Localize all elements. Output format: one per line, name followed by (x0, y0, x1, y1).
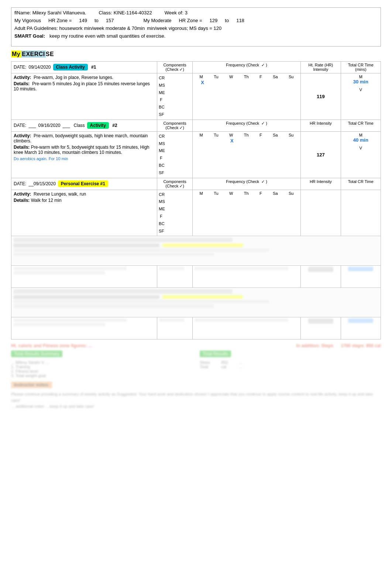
activity-text-2: Activity: Pre-warm, bodyweight squats, h… (14, 133, 155, 144)
freq-header-3: Frequency (Check ✓ ) (192, 178, 300, 190)
activity-type-badge-1: Class Activity (53, 64, 88, 70)
date-label-2: DATE: (14, 123, 26, 128)
day-label-m-2: M (200, 133, 203, 137)
date-value-2: 09/16/2020 (38, 123, 60, 128)
total-cr-header-1: Total CR Time (mins) (341, 62, 381, 73)
cr-m-label-2: M (343, 133, 379, 137)
comment-text-2: Do aerobics again. For 10 min (14, 156, 155, 161)
freq-header-2: Frequency (Check ✓ ) (192, 120, 300, 131)
day-check-sa-1 (276, 80, 278, 85)
cr-mins-2: 40 min (343, 137, 379, 143)
activity-row-4b-blurred (11, 266, 381, 288)
day-label-tu-2: Tu (214, 133, 218, 137)
day-label-th-1: Th (244, 75, 249, 79)
table-header-1: DATE: 09/14/2020 Class Activity #1 Compo… (11, 62, 381, 73)
guidelines-row: Adult PA Guidelines: housework min/week … (14, 25, 378, 31)
hr-zones-row: My Vigorous HR Zone = 149 to 157 My Mode… (14, 18, 378, 23)
date-row-2: DATE: ___ 09/16/2020 ___ Class Activity … (14, 121, 155, 130)
day-label-f-2: F (259, 133, 262, 137)
header-row-1: flName: Milexy Sarahí Villanueva. Class:… (14, 10, 378, 15)
day-label-th-3: Th (244, 191, 249, 196)
table-header-2: DATE: ___ 09/16/2020 ___ Class Activity … (11, 120, 381, 131)
activity-row-2: Activity: Pre-warm, bodyweight squats, h… (11, 131, 381, 178)
details-text-3: Details: Walk for 12 min (14, 198, 155, 203)
smart-goal-row: SMART Goal: keep my routine even with sm… (14, 33, 378, 39)
cr-mins-1: 30 min (343, 79, 379, 84)
vigorous-hr-to: 157 (106, 18, 114, 23)
comp-list-3: CR MS ME F BC SF (159, 191, 191, 235)
total-cr-header-2: Total CR Time (341, 120, 381, 131)
moderate-hr-from: 129 (210, 18, 218, 23)
day-check-su-2 (291, 138, 292, 144)
day-check-m-1: X (201, 80, 204, 85)
date-row-1: DATE: 09/14/2020 Class Activity #1 (14, 63, 155, 72)
vigorous-hr-label: HR Zone = (48, 18, 72, 23)
activity-row-5b-blurred (11, 317, 381, 339)
day-label-su-2: Su (289, 133, 293, 137)
activity-text-1: Activity: Pre-warm, Jog in place, Revers… (14, 75, 155, 80)
day-label-w-1: W (229, 75, 233, 79)
cr-m-label-1: M (343, 75, 379, 79)
feedback-label: Instructor notes: (11, 382, 52, 388)
date-label-1: DATE: (14, 65, 26, 70)
moderate-to: to (225, 18, 229, 23)
day-label-sa-1: Sa (273, 75, 278, 79)
my-exercise-title: MyEXERCISE (11, 51, 381, 58)
date-suffix-2: ___ (63, 123, 70, 128)
guidelines-label: Adult PA Guidelines: (14, 25, 58, 31)
day-check-th-2 (247, 138, 248, 144)
day-check-m-2 (201, 138, 202, 144)
feedback-section: Instructor notes: Please continue provid… (11, 382, 381, 410)
activity-type-badge-2: Activity (87, 122, 109, 129)
class-label: Class: (99, 10, 112, 15)
activity-table: DATE: 09/14/2020 Class Activity #1 Compo… (11, 61, 381, 339)
moderate-hr-to: 118 (236, 18, 244, 23)
right-summary-title: In addition: Steps 1700 steps: 850 cal (296, 343, 381, 348)
cr-v-label-1: V (343, 87, 379, 92)
day-check-f-1 (262, 80, 263, 85)
green-bar-left: Total Results Summary (11, 351, 62, 357)
feedback-text: Please continue providing a summary of w… (11, 391, 381, 410)
hr-header-2: HR Intensity (301, 120, 341, 131)
moderate-label: My Moderate (144, 18, 172, 23)
smart-goal-label: SMART Goal: (14, 33, 45, 39)
day-label-su-1: Su (289, 75, 293, 79)
left-summary-content: ... Milexy Sarahí V. ... 1. Training 2. … (11, 360, 192, 378)
activity-num-1: #1 (90, 65, 96, 70)
left-summary-title: Ht. caloric and Fitness zone figures: ..… (11, 343, 92, 348)
components-header-2: Components(Check ✓) (157, 120, 193, 131)
flname-label: flName: (14, 10, 31, 15)
day-check-th-1 (247, 80, 248, 85)
components-header-3: Components(Check ✓) (157, 178, 193, 190)
activity-num-2: #2 (111, 123, 117, 128)
moderate-hr-label: HR Zone = (179, 18, 202, 23)
week-of-value: 3 (185, 10, 188, 15)
vigorous-to: to (94, 18, 99, 23)
day-label-m-3: M (200, 191, 203, 196)
green-bar-right: Total Results (200, 351, 231, 357)
day-label-sa-3: Sa (273, 191, 278, 196)
day-label-w-2: W (229, 133, 233, 137)
hr-cell-3 (301, 190, 341, 236)
hr-header-3: HR Intensity (301, 178, 341, 190)
day-check-sa-2 (276, 138, 278, 144)
day-label-tu-1: Tu (214, 75, 218, 79)
right-summary: Total Results StepsTotal 850cal ...... (200, 351, 381, 378)
components-header-1: Components(Check ✓) (157, 62, 193, 73)
header-section: flName: Milexy Sarahí Villanueva. Class:… (11, 7, 381, 46)
details-text-1: Details: Pre-warm 5 minutes Jog in place… (14, 81, 155, 92)
day-check-f-2 (262, 138, 263, 144)
hr-header-1: Ht. Rate (HR) Intensity (301, 62, 341, 73)
table-header-3: DATE: __09/15/2020 Personal Exercise #1 … (11, 178, 381, 190)
day-check-tu-1 (218, 80, 219, 85)
day-check-w-1 (232, 80, 233, 85)
cr-cell-3 (341, 190, 381, 236)
title-exercise: EXERCI (21, 51, 46, 58)
title-my: My (11, 51, 21, 58)
date-value-3: __09/15/2020 (28, 181, 55, 186)
day-label-th-2: Th (244, 133, 249, 137)
comp-list-1: CR MS ME F BC SF (159, 75, 191, 118)
date-prefix-2: ___ (28, 123, 36, 128)
left-summary: Total Results Summary ... Milexy Sarahí … (11, 351, 192, 378)
date-value-1: 09/14/2020 (28, 65, 51, 70)
